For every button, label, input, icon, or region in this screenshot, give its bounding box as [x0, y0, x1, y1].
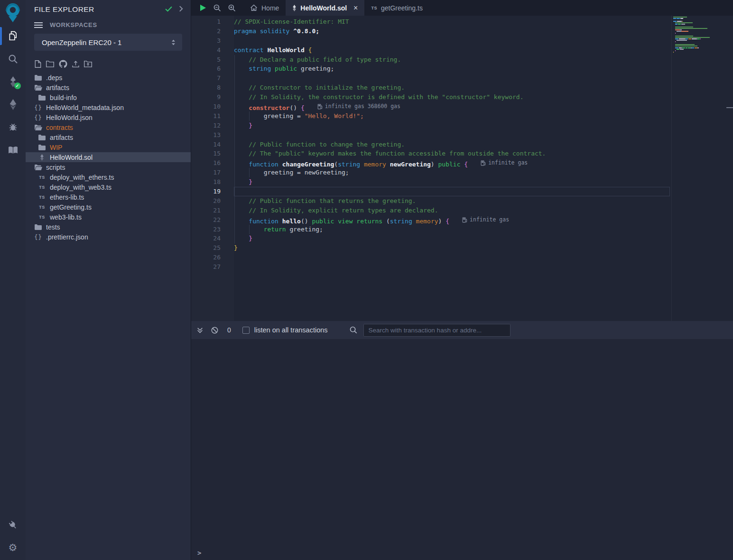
line-number: 25 — [191, 243, 221, 253]
code-line-18[interactable]: 18 } — [191, 177, 671, 187]
plug-icon — [9, 521, 18, 530]
code-line-15[interactable]: 15 // The "public" keyword makes the fun… — [191, 149, 671, 158]
github-icon[interactable] — [59, 60, 67, 68]
code-line-14[interactable]: 14 // Public function to change the gree… — [191, 140, 671, 149]
collapse-chevron-right-icon[interactable] — [179, 5, 183, 14]
tab-helloworld-sol[interactable]: HelloWorld.sol× — [286, 0, 364, 16]
line-content: // Public function that returns the gree… — [221, 196, 416, 206]
line-number: 19 — [191, 187, 221, 196]
remix-logo[interactable] — [0, 0, 26, 25]
activity-item-settings[interactable]: ⚙ — [0, 536, 26, 559]
workspaces-menu-icon[interactable] — [34, 22, 43, 28]
code-line-7[interactable]: 7 — [191, 73, 671, 83]
activity-item-search[interactable] — [0, 47, 26, 70]
new-folder-icon[interactable] — [46, 60, 54, 68]
tab-close-icon[interactable]: × — [353, 4, 358, 12]
activity-item-solidity-unit-testing[interactable] — [0, 138, 26, 161]
zoom-out-button[interactable] — [213, 4, 221, 12]
tree-item-build-info[interactable]: build-info — [26, 92, 191, 102]
editor-controls — [191, 0, 243, 16]
code-line-4[interactable]: 4contract HelloWorld { — [191, 46, 671, 55]
code-line-6[interactable]: 6 string public greeting; — [191, 64, 671, 73]
code-line-27[interactable]: 27 — [191, 262, 671, 272]
activity-item-debugger[interactable] — [0, 116, 26, 138]
code-line-19[interactable]: 19 — [191, 187, 671, 196]
tree-item-wip[interactable]: WIP — [26, 142, 191, 152]
zoom-in-button[interactable] — [228, 4, 236, 12]
tree-item-deploy-with-ethers-ts[interactable]: TSdeploy_with_ethers.ts — [26, 172, 191, 182]
activity-item-solidity-compiler[interactable]: ✓ — [0, 70, 26, 93]
terminal-prompt: > — [197, 549, 201, 557]
code-line-25[interactable]: 25} — [191, 243, 671, 253]
minimap[interactable] — [671, 16, 728, 321]
code-line-13[interactable]: 13 — [191, 130, 671, 140]
code-line-1[interactable]: 1// SPDX-License-Identifier: MIT — [191, 17, 671, 27]
workspace-sort-icon — [170, 39, 176, 46]
upload-file-icon[interactable] — [72, 60, 79, 68]
tree-item--prettierrc-json[interactable]: {}.prettierrc.json — [26, 232, 191, 242]
code-line-5[interactable]: 5 // Declare a public field of type stri… — [191, 55, 671, 64]
file-tree: .depsartifactsbuild-info{}HelloWorld_met… — [26, 73, 191, 242]
code-line-26[interactable]: 26 — [191, 253, 671, 262]
run-script-button[interactable] — [200, 4, 206, 11]
terminal-search-input[interactable] — [363, 324, 510, 337]
line-content: } — [221, 243, 238, 253]
activity-item-plugin-manager[interactable] — [0, 514, 26, 536]
line-number: 18 — [191, 177, 221, 187]
editor-tab-bar: HomeHelloWorld.sol×TSgetGreeting.ts — [191, 0, 733, 16]
tab-getgreeting-ts[interactable]: TSgetGreeting.ts — [364, 0, 429, 16]
tree-item-label: WIP — [50, 144, 62, 151]
code-line-20[interactable]: 20 // Public function that returns the g… — [191, 196, 671, 206]
tree-item-web3-lib-ts[interactable]: TSweb3-lib.ts — [26, 212, 191, 222]
tree-item-tests[interactable]: tests — [26, 222, 191, 232]
terminal-expand-icon[interactable] — [197, 327, 203, 333]
editor-scrollbar[interactable] — [728, 16, 733, 321]
code-line-10[interactable]: 10 constructor() {infinite gas 368600 ga… — [191, 102, 671, 111]
tree-item-deploy-with-web3-ts[interactable]: TSdeploy_with_web3.ts — [26, 182, 191, 192]
explorer-toolbar — [26, 51, 191, 73]
code-line-8[interactable]: 8 // Constructor to initialize the greet… — [191, 83, 671, 92]
tree-item-ethers-lib-ts[interactable]: TSethers-lib.ts — [26, 192, 191, 202]
tree-item-getgreeting-ts[interactable]: TSgetGreeting.ts — [26, 202, 191, 212]
home-icon — [250, 4, 258, 11]
code-line-9[interactable]: 9 // In Solidity, the constructor is def… — [191, 92, 671, 102]
code-line-12[interactable]: 12 } — [191, 121, 671, 130]
compiled-check-badge: ✓ — [14, 83, 21, 89]
line-content — [221, 262, 234, 272]
tree-item--deps[interactable]: .deps — [26, 73, 191, 83]
code-line-16[interactable]: 16 function changeGreeting(string memory… — [191, 158, 671, 168]
code-line-2[interactable]: 2pragma solidity ^0.8.0; — [191, 27, 671, 36]
tree-item-helloworld-sol[interactable]: HelloWorld.sol — [26, 152, 191, 162]
workspace-select[interactable]: OpenZeppelin ERC20 - 1 — [34, 34, 182, 51]
code-line-22[interactable]: 22 function hello() public view returns … — [191, 215, 671, 225]
code-line-11[interactable]: 11 greeting = "Hello, World!"; — [191, 111, 671, 121]
tab-label: HelloWorld.sol — [300, 4, 347, 12]
listen-transactions-checkbox[interactable] — [242, 327, 250, 334]
tree-item-scripts[interactable]: scripts — [26, 162, 191, 172]
tree-item-label: deploy_with_web3.ts — [50, 184, 111, 191]
line-number: 23 — [191, 225, 221, 234]
new-file-icon[interactable] — [35, 60, 41, 68]
debug-icon — [8, 122, 18, 132]
activity-item-deploy-and-run[interactable] — [0, 93, 26, 116]
terminal-output[interactable]: > — [191, 339, 733, 560]
activity-item-file-explorer[interactable] — [0, 25, 26, 47]
tree-item-helloworld-json[interactable]: {}HelloWorld.json — [26, 112, 191, 122]
code-line-21[interactable]: 21 // In Solidity, explicit return types… — [191, 206, 671, 215]
upload-folder-icon[interactable] — [84, 60, 92, 68]
code-region[interactable]: 1// SPDX-License-Identifier: MIT2pragma … — [191, 16, 671, 321]
code-line-23[interactable]: 23 return greeting; — [191, 225, 671, 234]
code-line-3[interactable]: 3 — [191, 36, 671, 46]
tree-item-helloworld-metadata-json[interactable]: {}HelloWorld_metadata.json — [26, 102, 191, 112]
code-line-24[interactable]: 24 } — [191, 234, 671, 243]
tree-item-artifacts[interactable]: artifacts — [26, 132, 191, 142]
tree-item-contracts[interactable]: contracts — [26, 122, 191, 132]
tree-item-artifacts[interactable]: artifacts — [26, 83, 191, 92]
gas-pump-icon — [481, 160, 486, 166]
tab-home[interactable]: Home — [243, 0, 286, 16]
terminal-clear-ban-icon[interactable] — [211, 327, 218, 334]
editor-tabs: HomeHelloWorld.sol×TSgetGreeting.ts — [243, 0, 429, 16]
accept-check-icon[interactable] — [165, 5, 172, 14]
typescript-file-icon: TS — [38, 195, 46, 200]
code-line-17[interactable]: 17 greeting = newGreeting; — [191, 168, 671, 177]
